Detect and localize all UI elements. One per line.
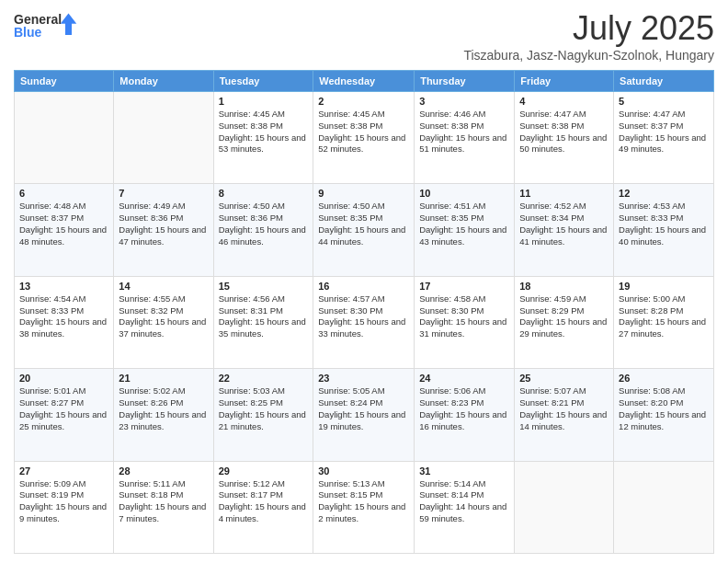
daylight-text: Daylight: 15 hours and 44 minutes. [318, 224, 405, 247]
day-info: Sunrise: 4:58 AM Sunset: 8:30 PM Dayligh… [419, 293, 509, 340]
daylight-text: Daylight: 15 hours and 51 minutes. [419, 132, 506, 155]
col-wednesday: Wednesday [313, 71, 415, 92]
daylight-text: Daylight: 15 hours and 37 minutes. [119, 316, 206, 339]
col-monday: Monday [114, 71, 213, 92]
sunset-text: Sunset: 8:38 PM [318, 121, 382, 131]
sunrise-text: Sunrise: 5:05 AM [318, 385, 384, 396]
day-number: 4 [519, 96, 609, 107]
sunrise-text: Sunrise: 4:49 AM [119, 201, 185, 211]
day-info: Sunrise: 4:57 AM Sunset: 8:30 PM Dayligh… [318, 293, 409, 340]
daylight-text: Daylight: 15 hours and 23 minutes. [119, 409, 206, 431]
calendar-cell: 6 Sunrise: 4:48 AM Sunset: 8:37 PM Dayli… [15, 184, 114, 276]
daylight-text: Daylight: 15 hours and 33 minutes. [318, 316, 405, 339]
day-info: Sunrise: 4:53 AM Sunset: 8:33 PM Dayligh… [619, 201, 709, 247]
day-info: Sunrise: 4:45 AM Sunset: 8:38 PM Dayligh… [219, 109, 309, 155]
calendar-cell: 27 Sunrise: 5:09 AM Sunset: 8:19 PM Dayl… [15, 461, 114, 553]
page: General Blue July 2025 Tiszabura, Jasz-N… [0, 0, 728, 563]
day-number: 19 [619, 281, 709, 292]
calendar-cell: 16 Sunrise: 4:57 AM Sunset: 8:30 PM Dayl… [313, 276, 415, 368]
day-number: 14 [119, 281, 208, 292]
calendar-cell: 4 Sunrise: 4:47 AM Sunset: 8:38 PM Dayli… [515, 92, 614, 184]
day-number: 20 [19, 373, 108, 384]
calendar-cell: 8 Sunrise: 4:50 AM Sunset: 8:36 PM Dayli… [213, 184, 313, 276]
day-number: 26 [619, 373, 709, 384]
day-number: 30 [318, 465, 409, 477]
calendar-cell: 20 Sunrise: 5:01 AM Sunset: 8:27 PM Dayl… [15, 369, 114, 461]
calendar-header-row: Sunday Monday Tuesday Wednesday Thursday… [15, 71, 714, 92]
calendar-cell: 31 Sunrise: 5:14 AM Sunset: 8:14 PM Dayl… [415, 461, 515, 553]
day-info: Sunrise: 4:49 AM Sunset: 8:36 PM Dayligh… [119, 201, 208, 247]
calendar-cell: 26 Sunrise: 5:08 AM Sunset: 8:20 PM Dayl… [614, 369, 714, 461]
sunrise-text: Sunrise: 5:14 AM [419, 478, 485, 488]
daylight-text: Daylight: 15 hours and 41 minutes. [519, 224, 607, 247]
sunset-text: Sunset: 8:25 PM [219, 397, 283, 408]
daylight-text: Daylight: 15 hours and 46 minutes. [219, 224, 306, 247]
sunset-text: Sunset: 8:26 PM [119, 397, 183, 408]
daylight-text: Daylight: 15 hours and 29 minutes. [519, 316, 607, 339]
sunset-text: Sunset: 8:31 PM [219, 305, 283, 316]
calendar-cell: 17 Sunrise: 4:58 AM Sunset: 8:30 PM Dayl… [415, 276, 515, 368]
sunrise-text: Sunrise: 4:57 AM [318, 293, 384, 304]
sunrise-text: Sunrise: 5:12 AM [219, 478, 285, 488]
calendar-cell: 3 Sunrise: 4:46 AM Sunset: 8:38 PM Dayli… [415, 92, 515, 184]
day-info: Sunrise: 5:07 AM Sunset: 8:21 PM Dayligh… [519, 385, 609, 432]
sunrise-text: Sunrise: 4:45 AM [318, 109, 384, 119]
calendar-cell: 11 Sunrise: 4:52 AM Sunset: 8:34 PM Dayl… [515, 184, 614, 276]
day-number: 12 [619, 188, 709, 199]
daylight-text: Daylight: 15 hours and 7 minutes. [119, 501, 206, 523]
sunset-text: Sunset: 8:33 PM [19, 305, 84, 316]
calendar-cell: 21 Sunrise: 5:02 AM Sunset: 8:26 PM Dayl… [114, 369, 213, 461]
day-info: Sunrise: 5:13 AM Sunset: 8:15 PM Dayligh… [318, 478, 409, 525]
day-info: Sunrise: 5:06 AM Sunset: 8:23 PM Dayligh… [419, 385, 509, 432]
calendar-cell: 18 Sunrise: 4:59 AM Sunset: 8:29 PM Dayl… [515, 276, 614, 368]
col-sunday: Sunday [15, 71, 114, 92]
day-number: 11 [519, 188, 609, 199]
day-info: Sunrise: 4:51 AM Sunset: 8:35 PM Dayligh… [419, 201, 509, 247]
daylight-text: Daylight: 15 hours and 35 minutes. [219, 316, 306, 339]
sunset-text: Sunset: 8:36 PM [219, 213, 283, 223]
day-info: Sunrise: 5:08 AM Sunset: 8:20 PM Dayligh… [619, 385, 709, 432]
sunset-text: Sunset: 8:35 PM [419, 213, 483, 223]
sunrise-text: Sunrise: 5:03 AM [219, 385, 285, 396]
sunset-text: Sunset: 8:34 PM [519, 213, 584, 223]
day-number: 1 [219, 96, 309, 107]
sunset-text: Sunset: 8:29 PM [519, 305, 584, 316]
sunset-text: Sunset: 8:28 PM [619, 305, 683, 316]
day-number: 22 [219, 373, 309, 384]
day-info: Sunrise: 4:52 AM Sunset: 8:34 PM Dayligh… [519, 201, 609, 247]
sunrise-text: Sunrise: 4:46 AM [419, 109, 485, 119]
day-number: 16 [318, 281, 409, 292]
calendar-table: Sunday Monday Tuesday Wednesday Thursday… [14, 70, 714, 554]
day-number: 25 [519, 373, 609, 384]
day-number: 6 [19, 188, 108, 199]
sunrise-text: Sunrise: 4:47 AM [619, 109, 685, 119]
sunrise-text: Sunrise: 5:08 AM [619, 385, 685, 396]
daylight-text: Daylight: 15 hours and 47 minutes. [119, 224, 206, 247]
daylight-text: Daylight: 15 hours and 9 minutes. [19, 501, 107, 523]
day-info: Sunrise: 4:50 AM Sunset: 8:36 PM Dayligh… [219, 201, 309, 247]
day-number: 28 [119, 465, 208, 477]
sunset-text: Sunset: 8:15 PM [318, 489, 382, 500]
day-number: 9 [318, 188, 409, 199]
sunset-text: Sunset: 8:27 PM [19, 397, 84, 408]
sunrise-text: Sunrise: 5:13 AM [318, 478, 384, 488]
daylight-text: Daylight: 15 hours and 40 minutes. [619, 224, 706, 247]
day-info: Sunrise: 4:47 AM Sunset: 8:38 PM Dayligh… [519, 109, 609, 155]
daylight-text: Daylight: 15 hours and 14 minutes. [519, 409, 607, 431]
svg-text:Blue: Blue [14, 25, 42, 40]
day-info: Sunrise: 5:12 AM Sunset: 8:17 PM Dayligh… [219, 478, 309, 525]
sunset-text: Sunset: 8:30 PM [318, 305, 382, 316]
sunrise-text: Sunrise: 5:06 AM [419, 385, 485, 396]
daylight-text: Daylight: 15 hours and 49 minutes. [619, 132, 706, 155]
day-number: 2 [318, 96, 409, 107]
sunrise-text: Sunrise: 5:02 AM [119, 385, 185, 396]
calendar-week-row: 27 Sunrise: 5:09 AM Sunset: 8:19 PM Dayl… [15, 461, 714, 553]
day-number: 15 [219, 281, 309, 292]
calendar-cell: 10 Sunrise: 4:51 AM Sunset: 8:35 PM Dayl… [415, 184, 515, 276]
daylight-text: Daylight: 15 hours and 53 minutes. [219, 132, 306, 155]
sunrise-text: Sunrise: 4:50 AM [318, 201, 384, 211]
calendar-cell: 2 Sunrise: 4:45 AM Sunset: 8:38 PM Dayli… [313, 92, 415, 184]
sunset-text: Sunset: 8:33 PM [619, 213, 683, 223]
calendar-cell [614, 461, 714, 553]
day-number: 8 [219, 188, 309, 199]
